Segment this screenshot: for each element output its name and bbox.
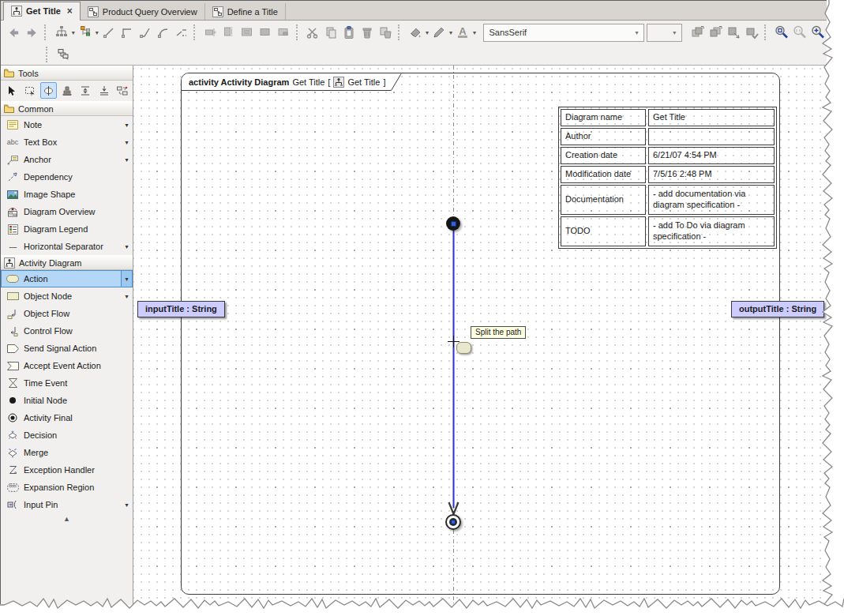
- line-style-curved-button[interactable]: [154, 24, 172, 42]
- palette-item-anchor[interactable]: Anchor ▾: [1, 151, 133, 168]
- diagram-legend-icon: [6, 224, 20, 235]
- common-section-header[interactable]: Common: [1, 101, 133, 116]
- toolbar-separator: [398, 24, 401, 40]
- palette-item-label: Input Pin: [24, 500, 58, 509]
- dropdown-caret-icon[interactable]: ▾: [122, 497, 132, 513]
- palette-item-label: Time Event: [24, 378, 67, 388]
- dropdown-caret-icon[interactable]: ▾: [122, 239, 132, 254]
- palette-item-horizontal-separator[interactable]: ---- Horizontal Separator ▾: [1, 238, 133, 255]
- tab-close-icon[interactable]: ×: [67, 7, 73, 15]
- vertical-spacing-tool[interactable]: [77, 82, 94, 99]
- fill-color-button[interactable]: [406, 24, 424, 42]
- swap-element-tool[interactable]: [114, 82, 131, 99]
- activity-diagram-section-header[interactable]: Activity Diagram: [1, 255, 133, 270]
- copy-button[interactable]: [322, 24, 340, 42]
- back-button[interactable]: [5, 24, 23, 42]
- palette-item-label: Send Signal Action: [24, 344, 96, 353]
- object-flow-icon: [6, 309, 20, 319]
- layout-diagram-button[interactable]: [52, 24, 70, 42]
- palette-scroll-up-button[interactable]: ▲: [1, 513, 133, 525]
- tab-product-query-overview[interactable]: Product Query Overview: [81, 3, 205, 20]
- dropdown-caret-icon[interactable]: ▾: [122, 134, 132, 150]
- palette-item-decision[interactable]: Decision: [1, 426, 133, 444]
- quick-layout-dropdown-caret-icon[interactable]: ▾: [94, 29, 99, 36]
- line-style-mixed-button[interactable]: [172, 24, 190, 42]
- font-color-button[interactable]: A: [453, 24, 471, 42]
- selection-handle[interactable]: [451, 221, 456, 227]
- palette-item-expansion-region[interactable]: Expansion Region: [1, 479, 133, 496]
- palette-item-note[interactable]: Note ▾: [1, 116, 133, 133]
- dropdown-caret-icon[interactable]: ▾: [121, 271, 132, 287]
- activity-final-node[interactable]: [445, 514, 461, 530]
- palette-item-accept-event-action[interactable]: Accept Event Action: [1, 357, 133, 374]
- send-to-back-button[interactable]: [707, 24, 725, 42]
- tab-get-title[interactable]: Get Title ×: [3, 2, 81, 20]
- paste-button[interactable]: [340, 24, 358, 42]
- autosize-button[interactable]: [257, 24, 275, 42]
- bring-to-front-button[interactable]: [688, 24, 707, 42]
- line-color-button[interactable]: [430, 24, 448, 42]
- stamp-tool[interactable]: [58, 82, 75, 99]
- palette-item-label: Diagram Overview: [24, 207, 95, 216]
- palette-item-image-shape[interactable]: Image Shape: [1, 186, 133, 203]
- palette-item-dependency[interactable]: Dependency: [1, 168, 133, 186]
- layout-dropdown-caret-icon[interactable]: ▾: [70, 29, 76, 36]
- output-parameter-label[interactable]: outputTitle : String: [731, 301, 824, 317]
- line-color-caret-icon[interactable]: ▾: [448, 29, 453, 36]
- same-size-button[interactable]: [238, 24, 257, 42]
- fill-color-caret-icon[interactable]: ▾: [424, 29, 430, 36]
- palette-item-text-box[interactable]: abc Text Box ▾: [1, 133, 133, 151]
- palette-item-diagram-legend[interactable]: Diagram Legend: [1, 220, 133, 238]
- tab-define-a-title[interactable]: Define a Title: [205, 3, 286, 20]
- refresh-style-button[interactable]: [743, 24, 761, 42]
- selection-handle[interactable]: [451, 520, 456, 524]
- line-style-oblique-button[interactable]: [99, 24, 118, 42]
- palette-item-merge[interactable]: Merge: [1, 444, 133, 461]
- tab-label: Get Title: [26, 6, 61, 16]
- cut-button[interactable]: [304, 24, 322, 42]
- control-flow-edge[interactable]: [447, 230, 460, 519]
- application-window: Get Title × Product Query Overview Defin…: [0, 0, 844, 616]
- initial-node[interactable]: [446, 216, 460, 231]
- dropdown-caret-icon[interactable]: ▾: [122, 152, 132, 167]
- palette-item-time-event[interactable]: Time Event: [1, 374, 133, 392]
- palette-item-object-node[interactable]: Object Node ▾: [1, 287, 133, 305]
- diagram-canvas[interactable]: activity Activity Diagram Get Title [ Ge…: [133, 66, 827, 605]
- copy-style-button[interactable]: [377, 24, 395, 42]
- font-family-combo[interactable]: SansSerif ▾: [483, 24, 644, 42]
- reset-size-button[interactable]: [275, 24, 293, 42]
- palette-item-activity-final[interactable]: Activity Final: [1, 409, 133, 426]
- related-elements-button[interactable]: [54, 46, 73, 64]
- tools-section-header[interactable]: Tools: [1, 66, 133, 81]
- zoom-1-1-button[interactable]: [790, 24, 808, 42]
- rubber-band-select-tool[interactable]: [21, 82, 38, 99]
- activity-diagram-icon: [333, 77, 344, 88]
- select-siblings-button[interactable]: [725, 24, 743, 42]
- compress-spacing-tool[interactable]: [96, 82, 112, 99]
- resize-width-button[interactable]: [202, 24, 220, 42]
- line-style-bent-button[interactable]: [136, 24, 154, 42]
- zoom-in-button[interactable]: [808, 24, 827, 42]
- forward-button[interactable]: [23, 24, 41, 42]
- zoom-region-button[interactable]: [772, 24, 790, 42]
- line-style-rectilinear-button[interactable]: [118, 24, 136, 42]
- font-color-caret-icon[interactable]: ▾: [471, 29, 477, 36]
- resize-height-button[interactable]: [220, 24, 238, 42]
- palette-item-input-pin[interactable]: Input Pin ▾: [1, 496, 133, 513]
- select-tool[interactable]: [3, 82, 20, 99]
- diagram-info-table[interactable]: Diagram name Get Title Author Creation d…: [558, 107, 777, 249]
- palette-item-action[interactable]: Action ▾: [1, 270, 133, 287]
- palette-item-exception-handler[interactable]: Exception Handler: [1, 461, 133, 479]
- palette-item-send-signal-action[interactable]: Send Signal Action: [1, 340, 133, 357]
- dropdown-caret-icon[interactable]: ▾: [122, 117, 132, 133]
- input-parameter-label[interactable]: inputTitle : String: [137, 301, 225, 317]
- split-path-tool[interactable]: [40, 82, 57, 99]
- delete-button[interactable]: [358, 24, 377, 42]
- quick-layout-button[interactable]: [76, 24, 94, 42]
- palette-item-object-flow[interactable]: Object Flow: [1, 305, 133, 322]
- palette-item-control-flow[interactable]: Control Flow: [1, 322, 133, 340]
- dropdown-caret-icon[interactable]: ▾: [122, 288, 132, 304]
- palette-item-initial-node[interactable]: Initial Node: [1, 392, 133, 409]
- font-size-combo[interactable]: ▾: [647, 24, 682, 42]
- palette-item-diagram-overview[interactable]: Diagram Overview: [1, 203, 133, 220]
